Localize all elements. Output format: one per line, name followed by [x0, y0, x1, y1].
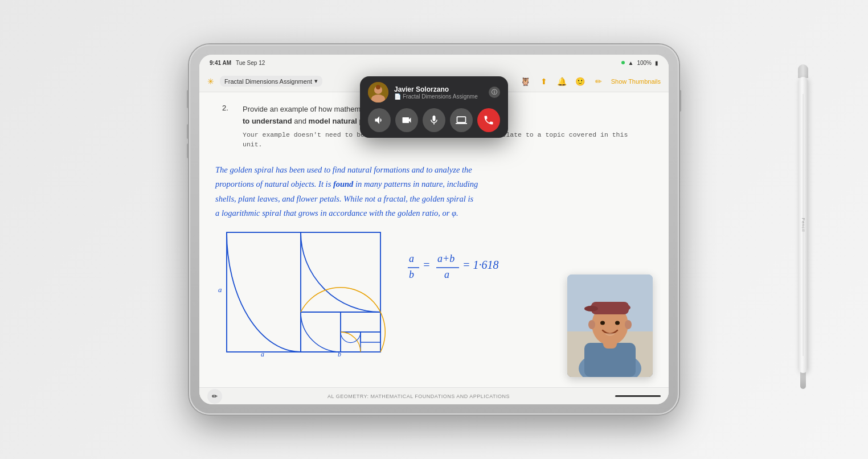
pencil-cap: [798, 64, 808, 78]
screen-share-button[interactable]: [450, 108, 473, 132]
svg-text:a+b: a+b: [437, 253, 455, 264]
show-thumbnails-button[interactable]: Show Thumbnails: [611, 78, 661, 85]
pencil-tip: [800, 372, 806, 389]
battery-indicator: [621, 61, 625, 64]
svg-rect-0: [227, 232, 380, 352]
document-subtitle: AL GEOMETRY: MATHEMATICAL FOUNDATIONS AN…: [327, 394, 510, 399]
edit-icon[interactable]: ✏: [593, 76, 604, 87]
status-date: Tue Sep 12: [236, 60, 265, 66]
bottom-bar: ✏ AL GEOMETRY: MATHEMATICAL FOUNDATIONS …: [199, 387, 669, 404]
home-indicator: [615, 395, 661, 397]
svg-point-31: [584, 306, 598, 312]
facetime-self-view: [567, 274, 653, 377]
formula-area: a b = a+b a = 1·618: [403, 227, 517, 289]
ipad-screen: 9:41 AM Tue Sep 12 ▲ 100% ▮ ✳ Fractal Di…: [199, 55, 669, 404]
video-button[interactable]: [395, 108, 418, 132]
status-time: 9:41 AM: [210, 60, 231, 66]
facetime-overlay[interactable]: Javier Solorzano 📄 Fractal Dimensions As…: [360, 76, 508, 138]
svg-text:= 1·618: = 1·618: [462, 259, 499, 271]
apple-pencil: Pencil: [795, 64, 811, 395]
pencil-tool-button[interactable]: ✏: [207, 389, 222, 404]
audio-button[interactable]: [368, 108, 391, 132]
svg-text:a: a: [409, 253, 414, 264]
wifi-icon: ▲: [628, 60, 634, 66]
svg-text:b: b: [338, 350, 341, 358]
battery-icon: ▮: [655, 60, 658, 66]
svg-point-35: [625, 320, 632, 329]
svg-point-22: [376, 85, 380, 89]
ipad-volume-up-button: [187, 124, 189, 139]
ipad-device: 9:41 AM Tue Sep 12 ▲ 100% ▮ ✳ Fractal Di…: [189, 44, 679, 415]
status-bar: 9:41 AM Tue Sep 12 ▲ 100% ▮: [199, 55, 669, 71]
facetime-controls: [368, 108, 500, 132]
pencil-seam: [803, 94, 804, 356]
owl-icon[interactable]: 🦉: [520, 76, 531, 87]
golden-spiral-diagram: a a b: [215, 227, 392, 360]
question-bold-understand: to understand: [243, 117, 292, 125]
emoji-icon[interactable]: 🙂: [575, 76, 586, 87]
caller-avatar: [368, 82, 388, 103]
mute-button[interactable]: [423, 108, 445, 132]
ipad-volume-down-button: [187, 144, 189, 158]
document-selector[interactable]: Fractal Dimensions Assignment ▾: [220, 76, 322, 87]
question-number: 2.: [222, 104, 234, 149]
svg-point-33: [615, 321, 620, 325]
svg-text:b: b: [409, 269, 414, 280]
share-icon[interactable]: ⬆: [538, 76, 550, 87]
svg-point-34: [588, 320, 595, 329]
document-title: Fractal Dimensions Assignment: [224, 78, 312, 85]
facetime-header: Javier Solorzano 📄 Fractal Dimensions As…: [368, 82, 500, 103]
scene: 9:41 AM Tue Sep 12 ▲ 100% ▮ ✳ Fractal Di…: [0, 0, 868, 459]
svg-text:a: a: [261, 350, 264, 358]
svg-point-32: [600, 321, 605, 325]
caller-info: Javier Solorzano 📄 Fractal Dimensions As…: [394, 85, 483, 100]
svg-rect-5: [341, 312, 380, 332]
ipad-power-button: [679, 90, 681, 112]
svg-rect-1: [227, 232, 301, 352]
facetime-info-button[interactable]: ⓘ: [489, 87, 500, 98]
svg-rect-2: [301, 232, 380, 312]
battery-level: 100%: [637, 60, 652, 66]
doc-icon: 📄: [394, 93, 401, 100]
caller-name: Javier Solorzano: [394, 85, 483, 93]
caller-doc: 📄 Fractal Dimensions Assignme: [394, 93, 483, 100]
svg-rect-4: [301, 312, 341, 352]
end-call-button[interactable]: [477, 108, 500, 132]
alert-icon[interactable]: 🔔: [556, 76, 568, 87]
handwritten-answer: The golden spiral has been used to find …: [199, 159, 669, 221]
svg-text:a: a: [218, 285, 222, 294]
svg-rect-7: [361, 332, 380, 342]
chevron-down-icon: ▾: [314, 77, 318, 85]
svg-text:=: =: [423, 259, 431, 271]
pencil-body: Pencil: [798, 77, 808, 373]
cursor-icon: ✳: [207, 77, 214, 86]
svg-text:a: a: [444, 269, 449, 280]
ipad-side-button-top: [187, 90, 189, 108]
